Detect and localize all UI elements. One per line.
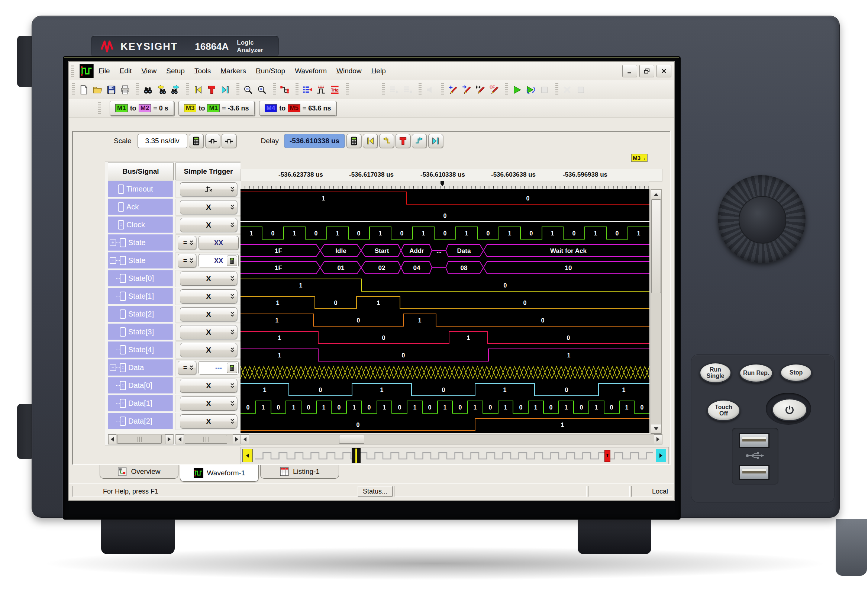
- trigger-value-input[interactable]: ---: [198, 361, 239, 375]
- bus-signal-data-2-row-13[interactable]: ↕Data[2]: [108, 413, 173, 429]
- bus-signal-state-0-row-5[interactable]: State[0]: [108, 270, 173, 287]
- menu-tools[interactable]: Tools: [190, 64, 216, 78]
- zoom-out-button[interactable]: [241, 83, 255, 97]
- save-button[interactable]: [105, 83, 118, 97]
- trigger-value-button[interactable]: XX: [198, 236, 239, 250]
- tab-waveform-1[interactable]: Waveform-1: [180, 465, 259, 482]
- trigger-value-input[interactable]: XX: [198, 254, 239, 267]
- trigger-dropdown[interactable]: X: [180, 307, 237, 321]
- marker-overflow-button[interactable]: OF: [487, 83, 501, 97]
- minimize-button[interactable]: [622, 65, 637, 77]
- touch-off-button[interactable]: Touch Off: [707, 399, 741, 421]
- marker-pair-button-m4-m5[interactable]: M4toM5= 63.6 ns: [259, 101, 337, 116]
- calculator-button[interactable]: [227, 363, 237, 373]
- collapse-icon[interactable]: −: [110, 365, 116, 371]
- trigger-dropdown[interactable]: X: [180, 290, 237, 303]
- goto-begin-button[interactable]: [191, 83, 205, 97]
- bus-signal-setup-button[interactable]: [300, 83, 314, 97]
- trigger-setup-button[interactable]: Trig: [328, 83, 342, 97]
- delay-input[interactable]: [284, 134, 345, 148]
- print-button[interactable]: [118, 83, 132, 97]
- vscroll-thumb[interactable]: [651, 199, 661, 293]
- navigation-knob-center[interactable]: [739, 196, 786, 244]
- open-folder-button[interactable]: [91, 83, 105, 97]
- scroll-left-button[interactable]: [241, 434, 249, 444]
- scale-zoom-out-time-button[interactable]: [221, 134, 236, 148]
- bus-signal-clock-row-2[interactable]: ↕Clock: [108, 216, 173, 233]
- marker-interval-button[interactable]: [474, 83, 487, 97]
- marker-goto-button[interactable]: [460, 83, 474, 97]
- menu-setup[interactable]: Setup: [161, 64, 190, 78]
- menu-file[interactable]: File: [94, 64, 115, 78]
- bus-signal-ack-row-1[interactable]: Ack: [108, 199, 173, 215]
- marker-pair-button-m3-m1[interactable]: M3toM1= -3.6 ns: [179, 101, 255, 116]
- sampling-setup-button[interactable]: [314, 83, 328, 97]
- goto-trigger-button[interactable]: [205, 83, 218, 97]
- scroll-up-button[interactable]: [651, 190, 661, 199]
- overview-goto-begin-button[interactable]: [242, 449, 253, 462]
- run-repetitive-button[interactable]: Run Rep.: [739, 363, 773, 383]
- menu-markers[interactable]: Markers: [216, 64, 251, 78]
- scroll-left-button[interactable]: [108, 434, 117, 444]
- scale-input[interactable]: [137, 134, 187, 148]
- trigger-dropdown[interactable]: X: [180, 272, 237, 286]
- power-button[interactable]: [772, 398, 807, 421]
- trigger-dropdown[interactable]: X: [180, 200, 237, 214]
- trigger-compare-dropdown[interactable]: =: [178, 236, 196, 250]
- restore-button[interactable]: [639, 65, 654, 77]
- zoom-in-button[interactable]: [255, 83, 269, 97]
- waveform-hscrollbar[interactable]: [241, 434, 663, 445]
- find-prev-button[interactable]: [155, 83, 168, 97]
- scroll-left-button[interactable]: [176, 434, 184, 444]
- collapse-icon[interactable]: −: [110, 257, 116, 264]
- close-button[interactable]: [657, 65, 671, 77]
- usb-port-2[interactable]: [739, 465, 769, 480]
- marker-pair-button-m1-m2[interactable]: M1toM2= 0 s: [110, 101, 174, 116]
- menu-view[interactable]: View: [136, 64, 161, 78]
- delay-goto-end-button[interactable]: [428, 134, 443, 148]
- tab-listing-1[interactable]: Listing-1: [260, 465, 339, 479]
- find-next-button[interactable]: [168, 83, 182, 97]
- find-button[interactable]: [141, 83, 155, 97]
- bus-signal-data-row-10[interactable]: −↕Data: [108, 359, 173, 376]
- scale-calculator-button[interactable]: [189, 134, 204, 148]
- menu-help[interactable]: Help: [366, 64, 391, 78]
- marker-new-button[interactable]: [446, 83, 460, 97]
- bus-signal-state-4-row-9[interactable]: State[4]: [108, 341, 173, 358]
- waveform-plot[interactable]: 10010101010101010101011FIdleStartAddr...…: [241, 189, 650, 433]
- trigger-dropdown[interactable]: X: [180, 218, 237, 232]
- tab-overview[interactable]: Overview: [100, 465, 179, 479]
- hscroll-thumb[interactable]: [185, 435, 227, 444]
- trigger-dropdown[interactable]: X: [180, 396, 237, 411]
- m3-marker-chip[interactable]: M3→: [631, 154, 648, 162]
- stop-button[interactable]: Stop: [780, 363, 812, 382]
- acquisition-overview-bar[interactable]: T: [241, 447, 669, 464]
- bus-signal-state-1-row-6[interactable]: State[1]: [108, 288, 173, 304]
- menu-waveform[interactable]: Waveform: [290, 64, 332, 78]
- calculator-button[interactable]: [227, 256, 237, 266]
- usb-port-1[interactable]: [739, 433, 769, 448]
- bus-signal-data-1-row-12[interactable]: ↕Data[1]: [108, 395, 173, 411]
- trigger-compare-dropdown[interactable]: =: [178, 254, 196, 268]
- trigger-dropdown[interactable]: X: [180, 414, 237, 428]
- delay-goto-begin-button[interactable]: [363, 134, 378, 148]
- bus-signal-state-3-row-8[interactable]: State[3]: [108, 324, 173, 340]
- menu-window[interactable]: Window: [332, 64, 366, 78]
- bus-signal-data-0-row-11[interactable]: ↕Data[0]: [108, 377, 173, 393]
- scroll-down-button[interactable]: [651, 424, 661, 434]
- bus-signal-timeout-row-0[interactable]: Timeout: [108, 181, 173, 197]
- bus-signal-state-row-4[interactable]: −State: [108, 252, 173, 269]
- scroll-right-button[interactable]: [654, 434, 662, 444]
- trigger-hscrollbar[interactable]: [176, 434, 241, 445]
- run-single-button[interactable]: Run Single: [699, 362, 732, 383]
- delay-next-edge-button[interactable]: [412, 134, 427, 148]
- overview-goto-end-button[interactable]: [656, 449, 666, 462]
- status-button[interactable]: Status...: [357, 486, 393, 496]
- menu-run-stop[interactable]: Run/Stop: [251, 64, 290, 78]
- probe-tree-button[interactable]: [278, 83, 291, 97]
- run-button[interactable]: [510, 83, 524, 97]
- hscroll-thumb[interactable]: [339, 435, 364, 444]
- trigger-dropdown[interactable]: [180, 182, 237, 197]
- menu-edit[interactable]: Edit: [115, 64, 137, 78]
- bus-signal-state-2-row-7[interactable]: State[2]: [108, 306, 173, 322]
